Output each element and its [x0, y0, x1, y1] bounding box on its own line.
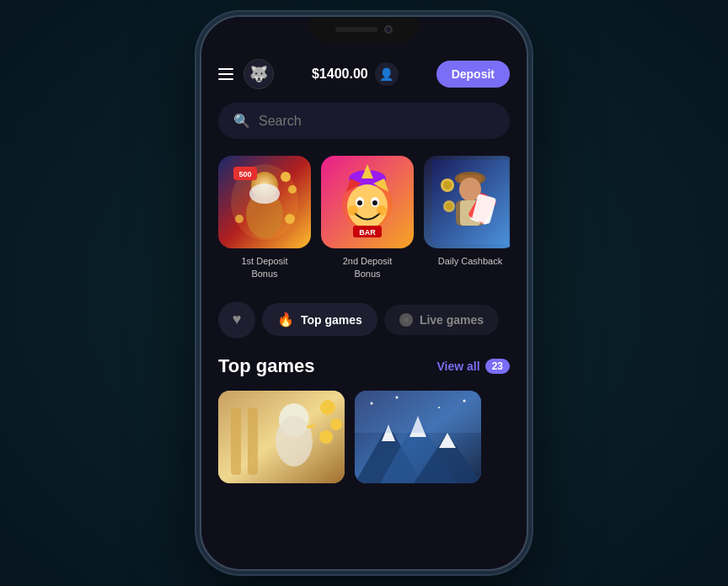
fire-icon: 🔥	[277, 312, 294, 328]
logo[interactable]: 🐺	[244, 59, 274, 89]
svg-point-20	[348, 205, 358, 216]
svg-point-36	[446, 203, 452, 210]
svg-rect-53	[355, 391, 481, 433]
live-icon: ○	[399, 313, 413, 327]
svg-point-18	[357, 200, 362, 205]
svg-point-41	[276, 416, 313, 466]
logo-emoji: 🐺	[249, 65, 268, 83]
balance-display: $1400.00	[312, 67, 368, 82]
tab-top-games-label: Top games	[301, 313, 362, 327]
svg-point-45	[319, 430, 333, 444]
view-all-count-badge: 23	[485, 359, 510, 374]
search-icon: 🔍	[233, 113, 250, 129]
svg-point-7	[288, 185, 297, 194]
svg-point-3	[249, 184, 280, 204]
search-input[interactable]	[259, 114, 495, 129]
phone-frame: 🐺 $1400.00 👤 Deposit 🔍	[200, 15, 528, 571]
svg-point-57	[438, 407, 440, 408]
tab-live-games[interactable]: ○ Live games	[384, 305, 499, 335]
bonus-label-cashback: Daily Cashback	[438, 255, 502, 268]
camera	[384, 25, 393, 34]
view-all-button[interactable]: View all 23	[437, 359, 510, 374]
svg-point-9	[285, 214, 295, 224]
svg-point-55	[396, 396, 399, 398]
user-icon[interactable]: 👤	[375, 62, 399, 86]
hamburger-line-2	[218, 73, 233, 75]
section-title-top-games: Top games	[218, 355, 315, 377]
search-bar[interactable]: 🔍	[218, 103, 510, 139]
hamburger-line-3	[218, 78, 233, 80]
hamburger-line-1	[218, 68, 233, 70]
user-avatar-icon: 👤	[379, 67, 393, 81]
screen: 🐺 $1400.00 👤 Deposit 🔍	[201, 17, 527, 569]
svg-point-43	[320, 400, 335, 415]
bonus-card-cashback[interactable]: Daily Cashback	[424, 156, 510, 281]
svg-point-19	[372, 200, 377, 205]
bonus-card-1st-deposit[interactable]: 500 1st DepositBonus	[218, 156, 311, 281]
header-center: $1400.00 👤	[312, 62, 399, 86]
svg-point-8	[235, 215, 244, 223]
hamburger-menu[interactable]	[218, 68, 233, 80]
filter-tabs: ♥ 🔥 Top games ○ Live games	[218, 301, 510, 338]
svg-point-56	[463, 399, 466, 402]
bonus-img-1st: 500	[218, 156, 311, 248]
bonus-img-2nd: BAR	[321, 156, 414, 248]
svg-point-44	[330, 418, 342, 430]
svg-rect-38	[231, 408, 241, 475]
bonus-cards-row: 500 1st DepositBonus	[218, 156, 510, 281]
tab-live-games-label: Live games	[420, 313, 484, 327]
section-header-top-games: Top games View all 23	[218, 355, 510, 377]
bonus-label-1st: 1st DepositBonus	[241, 255, 287, 281]
svg-text:BAR: BAR	[359, 228, 376, 237]
bonus-img-cashback	[424, 156, 510, 248]
content-area: 🔍	[201, 103, 527, 569]
game-thumb-2[interactable]	[355, 391, 481, 483]
tab-favorites[interactable]: ♥	[218, 301, 255, 338]
game-thumb-1[interactable]	[218, 391, 345, 483]
header-left: 🐺	[218, 59, 274, 89]
svg-rect-39	[248, 408, 258, 475]
svg-text:500: 500	[238, 170, 251, 178]
svg-point-34	[443, 181, 452, 189]
deposit-button[interactable]: Deposit	[436, 61, 510, 88]
svg-point-21	[377, 205, 387, 216]
game-thumbnails-row	[218, 391, 510, 483]
notch	[309, 17, 419, 42]
tab-top-games[interactable]: 🔥 Top games	[262, 303, 377, 336]
svg-point-6	[281, 172, 291, 182]
heart-icon: ♥	[233, 311, 242, 328]
bonus-label-2nd: 2nd DepositBonus	[343, 255, 393, 281]
bonus-card-2nd-deposit[interactable]: BAR 2nd DepositBonus	[321, 156, 414, 281]
view-all-text: View all	[437, 360, 480, 373]
svg-point-54	[371, 402, 373, 404]
speaker	[335, 27, 377, 32]
